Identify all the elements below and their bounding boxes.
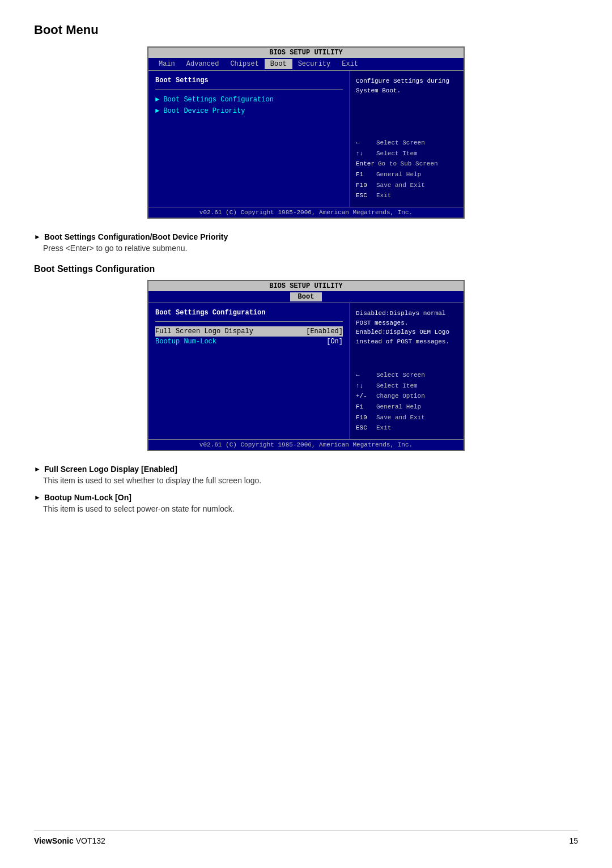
key-action-select-item-2: Select Item bbox=[376, 381, 418, 392]
bios-left-1: Boot Settings ► Boot Settings Configurat… bbox=[148, 71, 350, 207]
bootup-numlock-row[interactable]: Bootup Num-Lock [On] bbox=[155, 337, 343, 347]
bios-desc-line-2: Enabled:Displays OEM Logo instead of POS… bbox=[356, 329, 449, 345]
menu-security[interactable]: Security bbox=[292, 59, 337, 69]
key-plusminus-2: +/- bbox=[356, 391, 373, 402]
bios-screen-2: BIOS SETUP UTILITY Boot Boot Settings Co… bbox=[147, 280, 465, 451]
key-action-exit-1: Exit bbox=[376, 190, 391, 201]
bios-right-1: Configure Settings during System Boot. ←… bbox=[350, 71, 464, 207]
menu-chipset[interactable]: Chipset bbox=[224, 59, 264, 69]
bios-footer-1: v02.61 (C) Copyright 1985-2006, American… bbox=[148, 207, 464, 218]
bios-body-1: Boot Settings ► Boot Settings Configurat… bbox=[148, 71, 464, 207]
section-1-body: Press <Enter> to go to relative submenu. bbox=[43, 244, 578, 253]
key-arrow-left-2: ← bbox=[356, 370, 373, 381]
page-title: Boot Menu bbox=[34, 23, 578, 37]
key-action-save-1: Save and Exit bbox=[376, 180, 425, 191]
key-action-select-screen-2: Select Screen bbox=[376, 370, 425, 381]
section-1-heading: Boot Settings Configuration/Boot Device … bbox=[34, 232, 578, 241]
key-f10-1: F10 bbox=[356, 180, 373, 191]
bios-menu-bar-1: Main Advanced Chipset Boot Security Exit bbox=[148, 58, 464, 71]
key-action-exit-2: Exit bbox=[376, 423, 391, 433]
bios-body-2: Boot Settings Configuration Full Screen … bbox=[148, 303, 464, 439]
key-f10-2: F10 bbox=[356, 412, 373, 423]
footer-model: VOT132 bbox=[76, 836, 105, 845]
key-action-subscreen-1: Go to Sub Screen bbox=[378, 159, 438, 169]
footer-brand-model: ViewSonic VOT132 bbox=[34, 836, 105, 845]
bootup-numlock-body: This item is used to select power-on sta… bbox=[43, 504, 578, 513]
key-action-help-1: General Help bbox=[376, 169, 421, 180]
bootup-numlock-heading: Bootup Num-Lock [On] bbox=[34, 493, 578, 502]
menu-advanced[interactable]: Advanced bbox=[181, 59, 225, 69]
key-enter-1: Enter bbox=[356, 159, 375, 169]
bsc-section-heading: Boot Settings Configuration bbox=[34, 264, 578, 274]
key-action-help-2: General Help bbox=[376, 402, 421, 412]
bios-left-2: Boot Settings Configuration Full Screen … bbox=[148, 303, 350, 439]
bios-title-bar-1: BIOS SETUP UTILITY bbox=[148, 48, 464, 58]
key-updown-1: ↑↓ bbox=[356, 148, 373, 159]
bootup-numlock-label: Bootup Num-Lock bbox=[155, 338, 216, 346]
boot-device-priority-option[interactable]: ► Boot Device Priority bbox=[155, 105, 343, 117]
full-screen-logo-row[interactable]: Full Screen Logo Dispaly [Enabled] bbox=[155, 326, 343, 337]
full-screen-logo-body: This item is used to set whether to disp… bbox=[43, 476, 578, 485]
key-action-select-item-1: Select Item bbox=[376, 148, 418, 159]
key-updown-2: ↑↓ bbox=[356, 381, 373, 392]
bios-key-help-1: ←Select Screen ↑↓Select Item EnterGo to … bbox=[356, 138, 458, 201]
menu-main[interactable]: Main bbox=[153, 59, 181, 69]
bios-desc-1: Configure Settings during System Boot. bbox=[356, 76, 458, 95]
key-f1-1: F1 bbox=[356, 169, 373, 180]
key-action-select-screen-1: Select Screen bbox=[376, 138, 425, 148]
bios-section-title-2: Boot Settings Configuration bbox=[155, 309, 343, 317]
bios-section-title-1: Boot Settings bbox=[155, 76, 343, 84]
key-esc-1: ESC bbox=[356, 190, 373, 201]
footer-page-number: 15 bbox=[569, 836, 578, 845]
bios-desc-2: Disabled:Displays normal POST messages. … bbox=[356, 309, 458, 346]
bootup-numlock-value: [On] bbox=[326, 338, 343, 346]
full-screen-logo-heading: Full Screen Logo Display [Enabled] bbox=[34, 465, 578, 474]
key-arrow-left-1: ← bbox=[356, 138, 373, 148]
menu-boot[interactable]: Boot bbox=[265, 59, 292, 69]
boot-settings-configuration-option[interactable]: ► Boot Settings Configuration bbox=[155, 94, 343, 105]
bios-desc-line-1: Disabled:Displays normal POST messages. bbox=[356, 310, 445, 326]
bios-key-help-2: ←Select Screen ↑↓Select Item +/-Change O… bbox=[356, 370, 458, 433]
full-screen-logo-label: Full Screen Logo Dispaly bbox=[155, 327, 253, 335]
bios-tab-boot[interactable]: Boot bbox=[290, 292, 322, 301]
key-action-save-2: Save and Exit bbox=[376, 412, 425, 423]
footer-brand: ViewSonic bbox=[34, 836, 74, 845]
key-action-change-option-2: Change Option bbox=[376, 391, 425, 402]
bios-tab-bar-2: Boot bbox=[148, 291, 464, 303]
page-footer: ViewSonic VOT132 15 bbox=[34, 830, 578, 845]
bios-screen-1: BIOS SETUP UTILITY Main Advanced Chipset… bbox=[147, 46, 465, 219]
bios-right-2: Disabled:Displays normal POST messages. … bbox=[350, 303, 464, 439]
full-screen-logo-value: [Enabled] bbox=[306, 327, 343, 335]
key-esc-2: ESC bbox=[356, 423, 373, 433]
bios-footer-2: v02.61 (C) Copyright 1985-2006, American… bbox=[148, 439, 464, 450]
key-f1-2: F1 bbox=[356, 402, 373, 412]
menu-exit[interactable]: Exit bbox=[336, 59, 364, 69]
bios-title-bar-2: BIOS SETUP UTILITY bbox=[148, 281, 464, 291]
